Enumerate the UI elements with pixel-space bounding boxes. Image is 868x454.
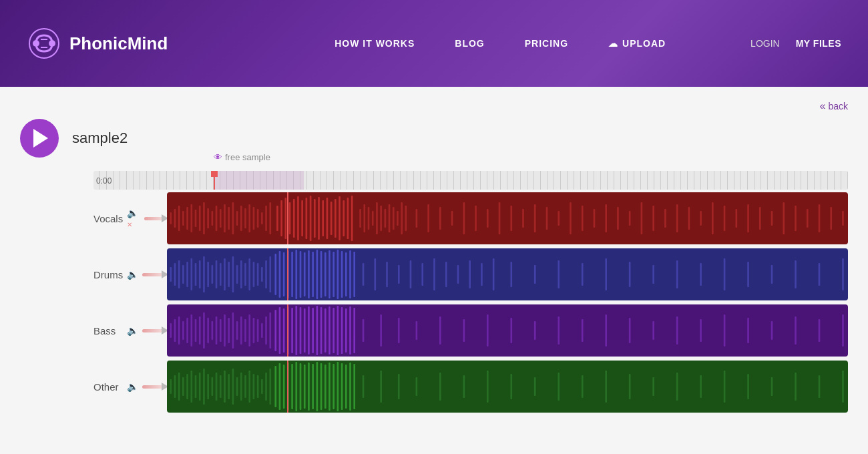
svg-rect-17 [220, 209, 222, 228]
svg-rect-122 [269, 256, 271, 292]
svg-rect-151 [457, 265, 459, 284]
svg-rect-170 [170, 323, 172, 338]
svg-rect-115 [240, 260, 242, 288]
svg-rect-38 [310, 196, 312, 241]
svg-rect-19 [228, 207, 230, 230]
svg-rect-189 [248, 314, 250, 347]
track-controls-vocals: Vocals 🔈✕ [93, 208, 167, 229]
volume-icon-vocals[interactable]: 🔈✕ [127, 208, 140, 229]
svg-rect-47 [347, 198, 349, 239]
play-button[interactable] [20, 119, 59, 158]
svg-rect-208 [329, 306, 331, 355]
svg-rect-264 [283, 365, 285, 409]
svg-rect-275 [329, 363, 331, 411]
nav-blog[interactable]: BLOG [455, 38, 484, 49]
volume-slider-vocals[interactable] [144, 217, 167, 220]
svg-rect-173 [182, 321, 184, 340]
svg-rect-149 [433, 258, 435, 290]
svg-rect-148 [421, 263, 423, 286]
svg-rect-118 [253, 262, 255, 287]
back-arrows-icon: « [820, 100, 826, 112]
waveform-vocals[interactable] [167, 192, 848, 244]
svg-rect-18 [224, 204, 226, 232]
svg-rect-49 [359, 209, 361, 228]
track-label-drums: Drums [93, 269, 123, 280]
svg-rect-288 [487, 371, 489, 403]
svg-rect-295 [652, 377, 654, 396]
logo[interactable]: PhonicMind [27, 26, 168, 61]
svg-rect-135 [324, 252, 327, 296]
svg-rect-7 [178, 206, 180, 231]
back-link[interactable]: « back [20, 100, 848, 112]
nav-upload[interactable]: ☁ UPLOAD [608, 38, 666, 49]
waveform-other[interactable] [167, 361, 848, 413]
svg-rect-222 [510, 318, 512, 343]
svg-rect-278 [341, 363, 343, 410]
nav-pricing[interactable]: PRICING [525, 38, 568, 49]
svg-rect-61 [416, 209, 418, 228]
volume-slider-other[interactable] [142, 385, 167, 389]
svg-rect-168 [819, 263, 821, 286]
waveform-drums[interactable] [167, 248, 848, 300]
track-label-bass: Bass [93, 325, 123, 336]
svg-rect-157 [558, 260, 560, 288]
waveform-bass[interactable] [167, 304, 848, 357]
svg-rect-221 [487, 314, 489, 347]
svg-rect-175 [190, 314, 192, 347]
svg-rect-140 [345, 252, 347, 296]
volume-icon-drums[interactable]: 🔈 [127, 269, 138, 280]
svg-rect-10 [190, 204, 192, 232]
play-icon [33, 129, 48, 148]
svg-rect-64 [451, 211, 453, 226]
svg-rect-23 [244, 208, 246, 228]
svg-rect-191 [257, 319, 259, 342]
svg-rect-235 [819, 319, 821, 342]
svg-rect-16 [216, 206, 218, 231]
svg-rect-137 [333, 252, 335, 297]
svg-rect-272 [316, 362, 318, 411]
svg-rect-190 [253, 318, 255, 343]
svg-rect-13 [203, 202, 205, 234]
tracks-container: Vocals 🔈✕ [93, 192, 848, 413]
svg-rect-245 [203, 369, 205, 405]
svg-rect-93 [795, 206, 797, 231]
svg-rect-209 [333, 308, 335, 353]
svg-rect-110 [220, 263, 222, 286]
svg-rect-192 [261, 323, 263, 338]
svg-rect-26 [257, 209, 259, 228]
playhead-vocals [287, 192, 288, 244]
playhead-dot-top [211, 171, 218, 177]
my-files-button[interactable]: MY FILES [796, 38, 841, 49]
svg-rect-204 [312, 308, 314, 353]
svg-rect-299 [747, 374, 749, 399]
back-label[interactable]: back [828, 101, 848, 111]
ruler-ticks [93, 171, 848, 190]
svg-rect-97 [842, 211, 844, 226]
svg-rect-88 [735, 209, 737, 228]
volume-slider-bass[interactable] [142, 329, 167, 332]
volume-icon-other[interactable]: 🔈 [127, 381, 138, 392]
svg-rect-102 [186, 262, 188, 287]
track-controls-bass: Bass 🔈 [93, 325, 167, 336]
nav-how-it-works[interactable]: HOW IT WORKS [335, 38, 415, 49]
svg-rect-80 [641, 202, 643, 234]
track-row-vocals: Vocals 🔈✕ [93, 192, 848, 244]
svg-rect-163 [700, 263, 702, 286]
svg-rect-60 [405, 206, 407, 231]
svg-rect-161 [652, 265, 654, 284]
svg-rect-284 [398, 374, 400, 399]
svg-rect-65 [463, 202, 465, 234]
svg-rect-216 [380, 314, 382, 347]
volume-icon-bass[interactable]: 🔈 [127, 325, 138, 336]
svg-rect-155 [510, 262, 512, 287]
svg-rect-296 [676, 373, 678, 401]
svg-rect-78 [617, 207, 619, 230]
svg-rect-132 [312, 252, 314, 297]
login-button[interactable]: LOGIN [750, 38, 780, 49]
volume-slider-drums[interactable] [142, 273, 167, 276]
svg-rect-11 [195, 210, 197, 227]
time-start: 0:00 [93, 176, 112, 186]
waveform-bg-other [167, 361, 848, 413]
svg-rect-237 [170, 379, 172, 394]
svg-rect-215 [363, 319, 365, 342]
